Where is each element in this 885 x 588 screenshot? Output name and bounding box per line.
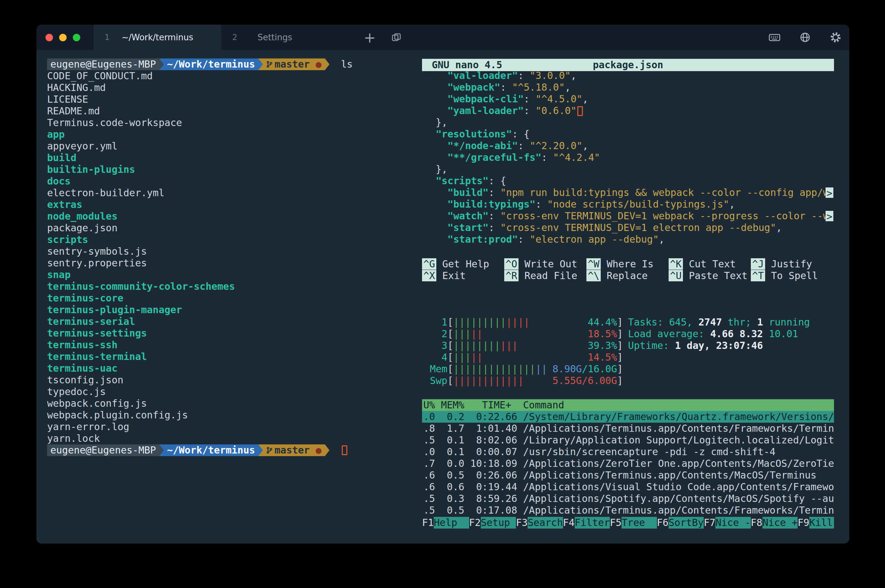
meter-value-text: 18.5% — [588, 328, 617, 339]
meter-bar-segment: ||| — [453, 328, 471, 339]
text-segment: Load average: — [628, 328, 710, 339]
process-row[interactable]: .6 0.6 0:19.44 /Applications/Visual Stud… — [422, 481, 834, 493]
fkey-label: F3 — [516, 517, 528, 528]
text-segment — [424, 187, 447, 198]
nano-shortcut[interactable]: ^O Write Out — [504, 258, 586, 270]
editor-line: "webpack": "^5.18.0", — [422, 81, 834, 93]
nano-shortcut[interactable]: ^\ Replace — [586, 270, 669, 282]
nano-shortcut[interactable]: ^W Where Is — [586, 258, 669, 270]
nano-version: GNU nano 4.5 — [432, 59, 502, 71]
editor-line: "yaml-loader": "0.6.0" — [422, 105, 834, 117]
process-row[interactable]: .6 0.5 0:26.06 /Applications/Terminus.ap… — [422, 470, 834, 481]
prompt-segment: ~/Work/terminus — [164, 444, 258, 456]
fkey-f2-button[interactable]: F2Setup — [469, 517, 516, 528]
file-entry: yarn.lock — [47, 433, 353, 444]
text-segment — [424, 70, 447, 81]
minimize-button[interactable] — [59, 34, 67, 41]
editor-line: "**/graceful-fs": "^4.2.4" — [422, 152, 834, 164]
window-controls — [45, 25, 80, 50]
git-branch-icon — [266, 60, 273, 69]
shortcut-label: To Spell — [765, 270, 818, 281]
fkey-f7-button[interactable]: F7Nice - — [704, 517, 751, 528]
fkey-action: Nice - — [716, 517, 750, 528]
terminal-pane-shell[interactable]: eugene@Eugenes-MBP~/Work/terminusmaster … — [36, 50, 422, 543]
fkey-label: F5 — [610, 517, 621, 528]
process-row[interactable]: .7 0.0 10:18.09 /Applications/ZeroTier O… — [422, 458, 834, 470]
nano-shortcut[interactable]: ^T To Spell — [751, 270, 833, 282]
prompt-segment: master ● — [263, 58, 325, 70]
prompt-text: master — [274, 444, 310, 456]
text-segment: 1 — [757, 316, 763, 328]
fkey-f6-button[interactable]: F6SortBy — [657, 517, 704, 528]
new-tab-button[interactable]: + — [361, 25, 379, 50]
process-row[interactable]: .5 0.3 8:59.26 /Applications/Spotify.app… — [422, 493, 834, 504]
fkey-f4-button[interactable]: F4Filter — [563, 517, 610, 528]
process-row[interactable]: .0 0.2 0:22.66 /System/Library/Framework… — [422, 411, 834, 423]
text-segment: "resolutions" — [436, 128, 512, 140]
file-entry: webpack.plugin.config.js — [47, 410, 353, 421]
shortcut-label: Cut Text — [683, 258, 736, 270]
editor-line: "start:prod": "electron app --debug", — [422, 234, 834, 245]
htop-summary-line: Load average: 4.66 8.32 10.01 — [628, 328, 810, 340]
nano-shortcut[interactable]: ^R Read File — [504, 270, 586, 282]
nano-shortcut[interactable]: ^X Exit — [422, 270, 504, 282]
process-row[interactable]: .0 0.1 0:00.07 /usr/sbin/screencapture -… — [422, 446, 834, 458]
shell-output: eugene@Eugenes-MBP~/Work/terminusmaster … — [47, 58, 353, 456]
nano-shortcut[interactable]: ^U Paste Text — [669, 270, 751, 282]
resource-meter: Mem[||||||||||||||||8.90G/16.0G] — [430, 363, 623, 375]
zoom-button[interactable] — [73, 34, 80, 41]
duplicate-tab-icon[interactable] — [387, 25, 405, 50]
text-segment: , — [658, 234, 664, 245]
file-entry: README.md — [47, 105, 353, 117]
meter-bars: ||||||||||| — [453, 340, 518, 351]
shortcut-key: ^G — [422, 258, 436, 270]
fkey-f9-button[interactable]: F9Kill — [798, 517, 834, 528]
tab-settings[interactable]: 2 Settings — [221, 25, 328, 50]
fkey-f8-button[interactable]: F8Nice + — [751, 517, 798, 528]
terminal-cursor — [342, 446, 347, 455]
text-segment: : — [524, 93, 536, 105]
directory-entry: terminus-core — [47, 292, 353, 304]
process-row[interactable]: .5 0.1 8:02.06 /Library/Application Supp… — [422, 434, 834, 446]
htop-summary-line: Uptime: 1 day, 23:07:46 — [628, 340, 810, 351]
text-segment: "^4.2.4" — [553, 152, 600, 163]
fkey-f3-button[interactable]: F3Search — [516, 517, 563, 528]
nano-shortcut[interactable]: ^G Get Help — [422, 258, 504, 270]
text-segment: "3.0.0" — [530, 70, 570, 81]
editor-line: "build:typings": "node scripts/build-typ… — [422, 198, 834, 210]
nano-shortcut[interactable]: ^K Cut Text — [669, 258, 751, 270]
resource-meter: Swp[||||||||||||5.55G/6.00G] — [430, 375, 623, 387]
directory-entry: scripts — [47, 234, 353, 246]
globe-icon[interactable] — [798, 30, 812, 45]
settings-gear-icon[interactable] — [828, 30, 843, 45]
meter-value: 44.4% — [588, 316, 617, 328]
text-segment: Uptime: — [628, 340, 675, 351]
fkey-f1-button[interactable]: F1Help — [422, 517, 469, 528]
shortcut-label: Replace — [601, 270, 648, 281]
prompt-text: master — [274, 58, 310, 70]
nano-shortcut[interactable]: ^J Justify — [751, 258, 833, 270]
close-button[interactable] — [45, 34, 53, 41]
text-segment — [424, 234, 447, 245]
text-segment: : { — [512, 128, 530, 140]
tab-terminal[interactable]: 1 ~/Work/terminus — [94, 25, 221, 50]
file-entry: typedoc.js — [47, 386, 353, 398]
editor-line: "resolutions": { — [422, 128, 834, 140]
text-segment — [424, 93, 447, 105]
terminal-pane-right[interactable]: GNU nano 4.5 package.json "val-loader": … — [422, 50, 834, 543]
process-row[interactable]: .5 0.5 0:17.08 /Applications/Terminus.ap… — [422, 504, 834, 516]
shortcut-key: ^T — [751, 270, 765, 281]
process-row[interactable]: .8 1.7 1:01.40 /Applications/Terminus.ap… — [422, 423, 834, 434]
text-segment — [424, 175, 436, 186]
powerline-arrow-icon — [258, 58, 263, 70]
meter-body: |||||14.5% — [453, 351, 617, 363]
meter-bar-segment: || — [471, 328, 483, 339]
fkey-f5-button[interactable]: F5Tree — [610, 517, 657, 528]
shell-prompt: eugene@Eugenes-MBP~/Work/terminusmaster … — [47, 58, 353, 70]
text-segment: : — [489, 210, 500, 222]
text-segment: : { — [489, 175, 506, 186]
keyboard-icon[interactable] — [767, 30, 782, 45]
line-continuation-marker: > — [825, 188, 833, 198]
meter-bar-segment: |||||||| — [453, 340, 500, 351]
editor-line: "watch": "cross-env TERMINUS_DEV=1 webpa… — [422, 210, 834, 222]
